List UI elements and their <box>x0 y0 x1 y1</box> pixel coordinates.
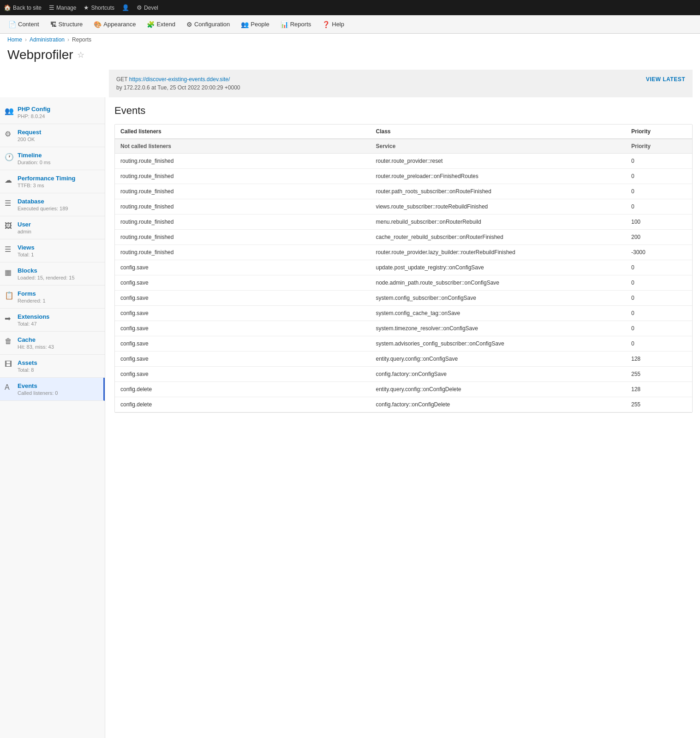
home-icon: 🏠 <box>4 4 11 11</box>
table-row: routing.route_finished router.route_prov… <box>115 154 692 169</box>
devel-button[interactable]: ⚙ Devel <box>137 4 158 11</box>
sidebar-item-timeline[interactable]: 🕐 Timeline Duration: 0 ms <box>0 147 105 170</box>
table-row: routing.route_finished cache_router_rebu… <box>115 230 692 245</box>
service-name: entity.query.config::onConfigDelete <box>376 386 632 393</box>
view-latest-button[interactable]: VIEW LATEST <box>646 76 685 83</box>
events-rows: routing.route_finished router.route_prov… <box>115 154 692 412</box>
table-row: routing.route_finished menu.rebuild_subs… <box>115 214 692 230</box>
user-button[interactable]: 👤 <box>122 4 129 11</box>
priority-value: 0 <box>631 264 687 271</box>
admin-toolbar: 🏠 Back to site ☰ Manage ★ Shortcuts 👤 ⚙ … <box>0 0 700 15</box>
priority-value: 128 <box>631 386 687 393</box>
sidebar-item-blocks[interactable]: ▦ Blocks Loaded: 15, rendered: 15 <box>0 262 105 286</box>
sidebar-item-database[interactable]: ☰ Database Executed queries: 189 <box>0 193 105 216</box>
sidebar-icon: ➡ <box>5 314 14 323</box>
service-name: system.config_cache_tag::onSave <box>376 310 632 316</box>
event-name: config.delete <box>120 401 376 408</box>
sidebar-item-assets[interactable]: 🎞 Assets Total: 8 <box>0 355 105 378</box>
service-name: views.route_subscriber::routeRebuildFini… <box>376 203 632 210</box>
service-header: Service <box>376 143 632 149</box>
service-name: router.path_roots_subscriber::onRouteFin… <box>376 188 632 195</box>
service-name: menu.rebuild_subscriber::onRouterRebuild <box>376 219 632 225</box>
shortcuts-button[interactable]: ★ Shortcuts <box>84 4 114 11</box>
page-title: Webprofiler <box>7 48 73 62</box>
sidebar-icon: 🕐 <box>5 153 14 161</box>
nav-people[interactable]: 👥 People <box>236 19 274 30</box>
page-header: Webprofiler ☆ <box>0 46 700 70</box>
table-row: config.delete entity.query.config::onCon… <box>115 382 692 397</box>
sidebar-item-request[interactable]: ⚙ Request 200 OK <box>0 124 105 147</box>
nav-reports[interactable]: 📊 Reports <box>276 19 316 30</box>
priority-header: Priority <box>631 128 687 135</box>
people-icon: 👥 <box>241 21 249 28</box>
table-row: config.save system.config_subscriber::on… <box>115 291 692 306</box>
event-name: routing.route_finished <box>120 158 376 164</box>
nav-appearance[interactable]: 🎨 Appearance <box>89 19 140 30</box>
sidebar-item-extensions[interactable]: ➡ Extensions Total: 47 <box>0 309 105 332</box>
sidebar-item-views[interactable]: ☰ Views Total: 1 <box>0 239 105 262</box>
reports-icon: 📊 <box>281 21 288 28</box>
priority-value: 0 <box>631 340 687 347</box>
sidebar-item-user[interactable]: 🖼 User admin <box>0 216 105 239</box>
breadcrumb-home[interactable]: Home <box>7 36 22 43</box>
nav-content[interactable]: 📄 Content <box>4 19 44 30</box>
nav-configuration[interactable]: ⚙ Configuration <box>182 19 234 30</box>
priority-value: 0 <box>631 325 687 332</box>
sidebar-icon: A <box>5 383 14 392</box>
table-row: config.save entity.query.config::onConfi… <box>115 351 692 367</box>
table-row: config.save update.post_update_registry:… <box>115 260 692 275</box>
sidebar-item-cache[interactable]: 🗑 Cache Hit: 83, miss: 43 <box>0 332 105 355</box>
not-called-priority-header: Priority <box>631 143 687 149</box>
service-name: router.route_provider::reset <box>376 158 632 164</box>
sidebar-icon: 🎞 <box>5 360 14 369</box>
table-row: routing.route_finished router.route_prel… <box>115 169 692 184</box>
event-name: routing.route_finished <box>120 203 376 210</box>
event-name: routing.route_finished <box>120 249 376 256</box>
event-name: routing.route_finished <box>120 188 376 195</box>
star-icon: ★ <box>84 4 89 11</box>
bookmark-icon[interactable]: ☆ <box>77 50 84 60</box>
event-name: config.save <box>120 295 376 301</box>
nav-help[interactable]: ❓ Help <box>317 19 349 30</box>
back-to-site-button[interactable]: 🏠 Back to site <box>4 4 42 11</box>
service-name: update.post_update_registry::onConfigSav… <box>376 264 632 271</box>
service-name: entity.query.config::onConfigSave <box>376 356 632 362</box>
table-row: config.delete config.factory::onConfigDe… <box>115 397 692 412</box>
event-name: routing.route_finished <box>120 219 376 225</box>
service-name: node.admin_path.route_subscriber::onConf… <box>376 280 632 286</box>
called-listeners-header: Called listeners <box>120 128 376 135</box>
extend-icon: 🧩 <box>147 21 155 28</box>
priority-value: 255 <box>631 401 687 408</box>
event-name: config.save <box>120 325 376 332</box>
sidebar-item-php-config[interactable]: 👥 PHP Config PHP: 8.0.24 <box>0 101 105 124</box>
nav-structure[interactable]: 🏗 Structure <box>46 19 88 30</box>
called-listeners-header-row: Called listeners Class Priority <box>115 125 692 139</box>
sidebar-icon: ▦ <box>5 268 14 277</box>
sidebar-item-forms[interactable]: 📋 Forms Rendered: 1 <box>0 286 105 309</box>
help-icon: ❓ <box>322 21 330 28</box>
main-layout: 👥 PHP Config PHP: 8.0.24 ⚙ Request 200 O… <box>0 97 700 738</box>
service-name: cache_router_rebuild_subscriber::onRoute… <box>376 234 632 240</box>
manage-button[interactable]: ☰ Manage <box>49 4 76 11</box>
table-row: config.save system.advisories_config_sub… <box>115 336 692 351</box>
table-row: config.save system.timezone_resolver::on… <box>115 321 692 336</box>
table-row: config.save config.factory::onConfigSave… <box>115 367 692 382</box>
table-row: config.save system.config_cache_tag::onS… <box>115 306 692 321</box>
request-url[interactable]: https://discover-existing-events.ddev.si… <box>129 76 230 83</box>
event-name: config.save <box>120 340 376 347</box>
event-name: config.save <box>120 264 376 271</box>
nav-extend[interactable]: 🧩 Extend <box>142 19 179 30</box>
sidebar-icon: 🖼 <box>5 222 14 230</box>
event-name: routing.route_finished <box>120 173 376 179</box>
priority-value: 0 <box>631 158 687 164</box>
request-details: GET https://discover-existing-events.dde… <box>116 76 240 91</box>
sidebar-item-events[interactable]: A Events Called listeners: 0 <box>0 378 105 401</box>
breadcrumb-current: Reports <box>72 36 91 43</box>
sidebar-item-performance-timing[interactable]: ☁ Performance Timing TTFB: 3 ms <box>0 170 105 193</box>
event-name: routing.route_finished <box>120 234 376 240</box>
priority-value: -3000 <box>631 249 687 256</box>
event-name: config.save <box>120 310 376 316</box>
appearance-icon: 🎨 <box>94 21 102 28</box>
breadcrumb-administration[interactable]: Administration <box>30 36 65 43</box>
events-title: Events <box>114 105 693 117</box>
